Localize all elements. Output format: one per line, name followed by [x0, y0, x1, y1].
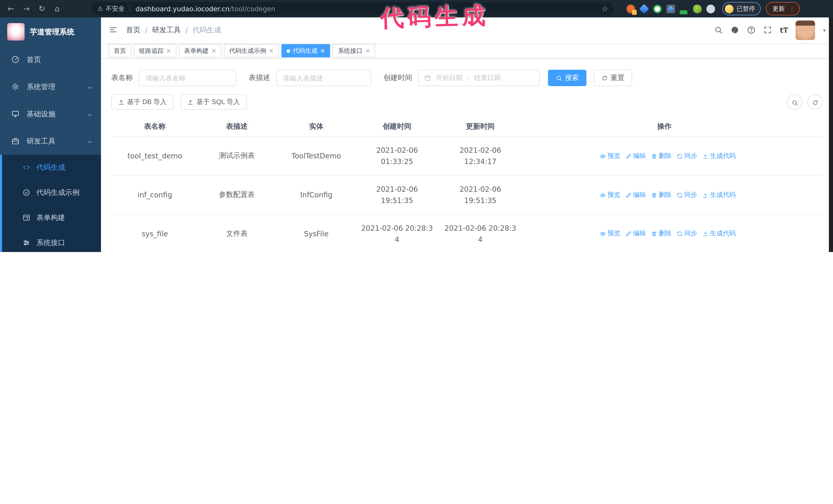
- cell-desc: 参数配置表: [198, 190, 275, 199]
- github-icon[interactable]: [731, 25, 739, 35]
- action-同步[interactable]: 同步: [677, 230, 697, 238]
- action-label: 生成代码: [710, 230, 736, 238]
- browser-home-icon[interactable]: ⌂: [53, 4, 62, 13]
- tab-系统接口[interactable]: 系统接口×: [333, 44, 376, 57]
- tab-label: 表单构建: [184, 46, 209, 55]
- search-button[interactable]: 搜索: [548, 70, 587, 86]
- tab-close-icon[interactable]: ×: [365, 47, 371, 54]
- tab-close-icon[interactable]: ×: [269, 47, 274, 54]
- cell-created: 2021-02-06 19:51:35: [357, 184, 437, 207]
- action-编辑[interactable]: 编辑: [625, 230, 646, 238]
- tab-close-icon[interactable]: ×: [211, 47, 216, 54]
- extension-icon[interactable]: [626, 4, 635, 13]
- browser-menu-icon[interactable]: ⋮: [789, 5, 795, 12]
- eye-icon: [600, 191, 606, 199]
- sidebar-item-首页[interactable]: 首页: [0, 46, 101, 73]
- action-生成代码[interactable]: 生成代码: [702, 152, 736, 161]
- tab-首页[interactable]: 首页: [109, 44, 131, 57]
- address-bar[interactable]: ⚠ 不安全 dashboard.yudao.iocoder.cn /tool/c…: [91, 2, 614, 16]
- cell-updated: 2021-02-06 20:28:3 4: [437, 222, 524, 245]
- browser-reload-icon[interactable]: ↻: [38, 4, 46, 13]
- action-预览[interactable]: 预览: [600, 190, 620, 199]
- breadcrumb-separator: /: [145, 26, 147, 34]
- chevron-down-icon[interactable]: ▾: [823, 27, 826, 33]
- sidebar: 芋道管理系统 首页系统管理基础设施研发工具 代码生成代码生成示例表单构建系统接口…: [0, 18, 101, 252]
- puzzle-extension-icon[interactable]: [706, 4, 715, 13]
- breadcrumb-item[interactable]: 研发工具: [152, 26, 181, 35]
- refresh-icon: [601, 74, 608, 82]
- tab-表单构建[interactable]: 表单构建×: [179, 44, 221, 57]
- pencil-icon: [625, 191, 632, 199]
- breadcrumb-separator: /: [185, 26, 188, 34]
- pencil-icon: [625, 152, 632, 160]
- submenu-item-代码生成示例[interactable]: 代码生成示例: [2, 180, 101, 205]
- column-header: 表名称: [111, 122, 198, 131]
- tab-label: 链路追踪: [139, 46, 164, 55]
- breadcrumb-item[interactable]: 首页: [126, 26, 140, 35]
- app-logo[interactable]: 芋道管理系统: [0, 18, 101, 46]
- import-sql-button[interactable]: 基于 SQL 导入: [181, 94, 247, 110]
- browser-update-button[interactable]: 更新 ⋮: [766, 2, 800, 16]
- table-desc-label: 表描述: [248, 73, 270, 82]
- browser-back-icon[interactable]: ←: [7, 4, 15, 13]
- extension-icon[interactable]: [653, 4, 662, 13]
- action-编辑[interactable]: 编辑: [625, 152, 646, 161]
- import-db-button[interactable]: 基于 DB 导入: [111, 94, 173, 110]
- extension-icon[interactable]: [680, 4, 688, 13]
- tab-close-icon[interactable]: ×: [166, 47, 171, 54]
- sidebar-item-label: 首页: [27, 55, 41, 64]
- submenu-item-代码生成[interactable]: 代码生成: [2, 155, 101, 180]
- reset-button[interactable]: 重置: [594, 70, 632, 86]
- date-separator: -: [467, 74, 469, 82]
- sidebar-collapse-icon[interactable]: [109, 25, 118, 35]
- scrollbar[interactable]: [829, 18, 833, 252]
- search-icon[interactable]: [714, 25, 723, 35]
- fullscreen-icon[interactable]: [763, 25, 772, 35]
- dashboard-icon: [11, 55, 20, 64]
- extension-icon[interactable]: [666, 4, 675, 13]
- tab-close-icon[interactable]: ×: [320, 47, 325, 54]
- profile-paused-badge[interactable]: 已暂停: [722, 2, 761, 16]
- action-预览[interactable]: 预览: [600, 152, 620, 161]
- extension-icon[interactable]: [639, 4, 649, 14]
- submenu-item-表单构建[interactable]: 表单构建: [2, 205, 101, 230]
- date-range-picker[interactable]: 开始日期 - 结束日期: [418, 70, 540, 86]
- bookmark-star-icon[interactable]: ☆: [601, 5, 608, 13]
- toggle-search-button[interactable]: [787, 94, 802, 110]
- action-编辑[interactable]: 编辑: [625, 190, 646, 199]
- action-label: 预览: [608, 230, 620, 238]
- help-icon[interactable]: [747, 25, 756, 35]
- action-删除[interactable]: 删除: [651, 152, 671, 161]
- submenu-item-系统接口[interactable]: 系统接口: [2, 230, 101, 252]
- table-name-input[interactable]: [139, 70, 236, 86]
- navbar: 首页/研发工具/代码生成 tT ▾: [101, 18, 833, 43]
- action-同步[interactable]: 同步: [677, 190, 697, 199]
- sync-icon: [677, 152, 683, 160]
- sidebar-item-系统管理[interactable]: 系统管理: [0, 73, 101, 100]
- action-删除[interactable]: 删除: [651, 190, 671, 199]
- sidebar-item-研发工具[interactable]: 研发工具: [0, 128, 101, 155]
- table-desc-input[interactable]: [276, 70, 371, 86]
- extension-icon[interactable]: [693, 4, 702, 13]
- action-生成代码[interactable]: 生成代码: [702, 230, 736, 238]
- chevron-down-icon: [87, 110, 93, 118]
- browser-forward-icon[interactable]: →: [22, 4, 31, 13]
- tab-代码生成[interactable]: 代码生成×: [281, 44, 330, 57]
- font-size-icon[interactable]: tT: [780, 26, 788, 34]
- action-label: 预览: [608, 152, 620, 161]
- sidebar-item-基础设施[interactable]: 基础设施: [0, 100, 101, 128]
- action-删除[interactable]: 删除: [651, 230, 671, 238]
- tab-代码生成示例[interactable]: 代码生成示例×: [224, 44, 279, 57]
- refresh-table-button[interactable]: [807, 94, 823, 110]
- action-生成代码[interactable]: 生成代码: [702, 190, 736, 199]
- action-预览[interactable]: 预览: [600, 230, 620, 238]
- avatar[interactable]: [796, 21, 815, 40]
- trash-icon: [651, 152, 657, 160]
- form-icon: [23, 214, 30, 222]
- security-warning-icon: ⚠: [97, 5, 103, 12]
- action-同步[interactable]: 同步: [677, 152, 697, 161]
- sync-icon: [677, 230, 683, 238]
- tab-链路追踪[interactable]: 链路追踪×: [134, 44, 176, 57]
- tab-label: 代码生成: [293, 46, 317, 55]
- app-title: 芋道管理系统: [30, 27, 74, 37]
